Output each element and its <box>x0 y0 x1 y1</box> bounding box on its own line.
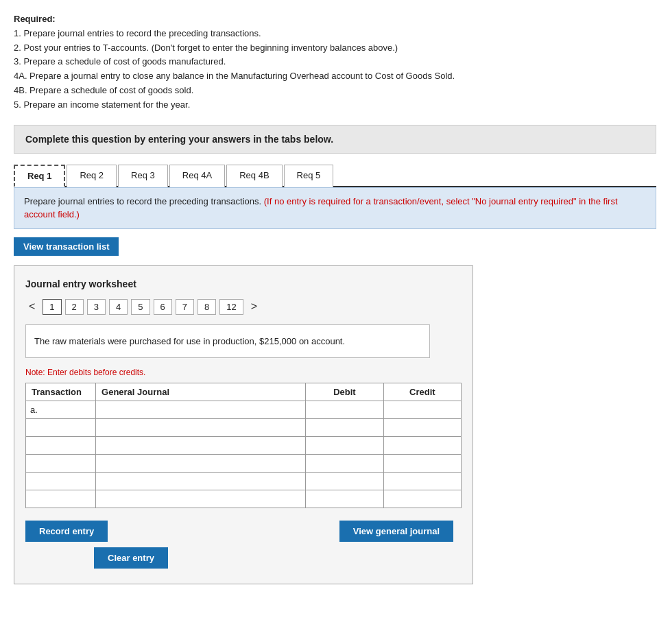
input-debit[interactable] <box>310 422 379 433</box>
instructions-box: Prepare journal entries to record the pr… <box>14 187 656 229</box>
input-credit[interactable] <box>388 494 457 504</box>
cell-debit[interactable] <box>306 437 383 455</box>
table-row <box>26 437 462 455</box>
transaction-description: The raw materials were purchased for use… <box>25 324 430 359</box>
tab-req-2[interactable]: Req 2 <box>67 165 117 187</box>
tab-req-4b[interactable]: Req 4B <box>226 165 282 187</box>
transaction-desc-text: The raw materials were purchased for use… <box>34 336 345 346</box>
input-general-journal[interactable] <box>100 494 301 504</box>
cell-debit[interactable] <box>306 419 383 437</box>
col-header-general-journal: General Journal <box>96 383 306 401</box>
cell-debit[interactable] <box>306 473 383 490</box>
input-credit[interactable] <box>388 440 457 451</box>
cell-credit[interactable] <box>383 455 461 473</box>
col-header-debit: Debit <box>306 383 383 401</box>
nav-page-3[interactable]: 3 <box>87 299 106 315</box>
cell-transaction <box>26 419 96 437</box>
table-row <box>26 473 462 490</box>
table-row <box>26 455 462 473</box>
required-line: 5. Prepare an income statement for the y… <box>14 98 656 112</box>
input-credit[interactable] <box>388 458 457 468</box>
tab-req-3[interactable]: Req 3 <box>118 165 168 187</box>
cell-credit[interactable] <box>383 473 461 490</box>
nav-page-6[interactable]: 6 <box>154 299 172 315</box>
cell-general-journal[interactable] <box>96 437 306 455</box>
input-credit[interactable] <box>388 422 457 433</box>
tabs-row: Req 1Req 2Req 3Req 4AReq 4BReq 5 <box>14 163 656 187</box>
cell-general-journal[interactable] <box>96 473 306 490</box>
input-general-journal[interactable] <box>100 405 301 415</box>
cell-debit[interactable] <box>306 490 383 508</box>
input-debit[interactable] <box>310 494 379 504</box>
input-debit[interactable] <box>310 458 379 468</box>
nav-page-8[interactable]: 8 <box>198 299 216 315</box>
nav-row: < 1234567812 > <box>25 299 462 315</box>
cell-transaction <box>26 473 96 490</box>
cell-credit[interactable] <box>383 419 461 437</box>
cell-transaction <box>26 437 96 455</box>
record-entry-button[interactable]: Record entry <box>25 521 108 542</box>
nav-page-1[interactable]: 1 <box>43 299 61 315</box>
nav-left-arrow[interactable]: < <box>25 299 38 314</box>
required-section: Required: 1. Prepare journal entries to … <box>14 12 656 112</box>
cell-credit[interactable] <box>383 401 461 419</box>
table-row <box>26 490 462 508</box>
cell-general-journal[interactable] <box>96 419 306 437</box>
tab-req-1[interactable]: Req 1 <box>14 165 65 187</box>
cell-general-journal[interactable] <box>96 490 306 508</box>
complete-box-text: Complete this question by entering your … <box>25 134 333 145</box>
clear-entry-button[interactable]: Clear entry <box>94 547 168 569</box>
cell-transaction <box>26 455 96 473</box>
instructions-main: Prepare journal entries to record the pr… <box>24 196 261 206</box>
input-general-journal[interactable] <box>100 422 301 433</box>
nav-right-arrow[interactable]: > <box>248 299 261 314</box>
input-debit[interactable] <box>310 476 379 486</box>
required-line: 3. Prepare a schedule of cost of goods m… <box>14 55 656 69</box>
required-line: 1. Prepare journal entries to record the… <box>14 27 656 41</box>
cell-transaction: a. <box>26 401 96 419</box>
nav-page-12[interactable]: 12 <box>219 299 243 315</box>
cell-debit[interactable] <box>306 455 383 473</box>
view-general-journal-button[interactable]: View general journal <box>339 521 453 542</box>
journal-table: Transaction General Journal Debit Credit… <box>25 383 462 508</box>
note-text: Note: Enter debits before credits. <box>25 368 462 377</box>
nav-page-5[interactable]: 5 <box>131 299 149 315</box>
cell-credit[interactable] <box>383 437 461 455</box>
nav-page-4[interactable]: 4 <box>109 299 128 315</box>
journal-title: Journal entry worksheet <box>25 278 462 289</box>
input-debit[interactable] <box>310 440 379 451</box>
cell-debit[interactable] <box>306 401 383 419</box>
col-header-credit: Credit <box>383 383 461 401</box>
required-line: 2. Post your entries to T-accounts. (Don… <box>14 41 656 56</box>
col-header-transaction: Transaction <box>26 383 96 401</box>
input-credit[interactable] <box>388 405 457 415</box>
tab-req-5[interactable]: Req 5 <box>284 165 334 187</box>
view-transaction-list-button[interactable]: View transaction list <box>14 237 119 256</box>
complete-box: Complete this question by entering your … <box>14 125 656 154</box>
required-line: 4A. Prepare a journal entry to close any… <box>14 69 656 84</box>
journal-card: Journal entry worksheet < 1234567812 > T… <box>14 265 473 585</box>
input-general-journal[interactable] <box>100 476 301 486</box>
nav-page-7[interactable]: 7 <box>176 299 194 315</box>
required-line: 4B. Prepare a schedule of cost of goods … <box>14 84 656 98</box>
cell-general-journal[interactable] <box>96 455 306 473</box>
tab-req-4a[interactable]: Req 4A <box>169 165 225 187</box>
input-credit[interactable] <box>388 476 457 486</box>
cell-general-journal[interactable] <box>96 401 306 419</box>
input-general-journal[interactable] <box>100 458 301 468</box>
input-debit[interactable] <box>310 405 379 415</box>
cell-credit[interactable] <box>383 490 461 508</box>
cell-transaction <box>26 490 96 508</box>
input-general-journal[interactable] <box>100 440 301 451</box>
required-heading: Required: <box>14 14 56 24</box>
table-row <box>26 419 462 437</box>
table-row: a. <box>26 401 462 419</box>
nav-page-2[interactable]: 2 <box>65 299 84 315</box>
